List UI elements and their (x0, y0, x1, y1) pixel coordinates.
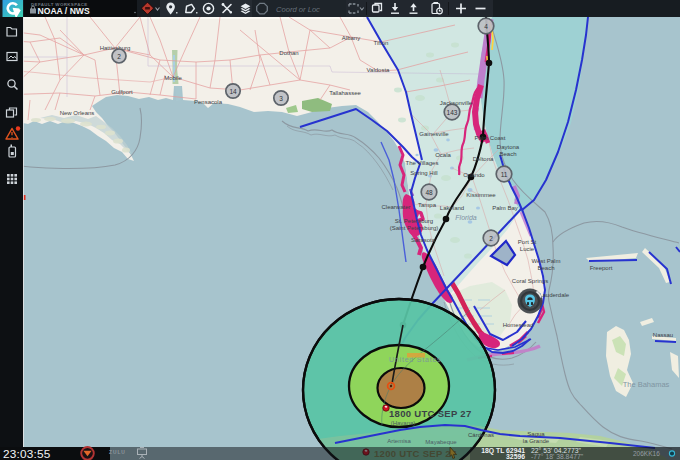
svg-text:Palm Coast: Palm Coast (474, 135, 505, 141)
svg-text:Freeport: Freeport (590, 265, 613, 271)
svg-text:Gulfport: Gulfport (111, 89, 133, 95)
svg-text:The Bahamas: The Bahamas (623, 380, 670, 389)
svg-text:Sarasota: Sarasota (411, 237, 436, 243)
svg-text:St. Petersburg: St. Petersburg (395, 218, 433, 224)
svg-text:Mobile: Mobile (164, 75, 182, 81)
svg-text:West Palm: West Palm (532, 258, 561, 264)
svg-text:4: 4 (484, 23, 488, 30)
svg-text:Tallahassee: Tallahassee (329, 90, 361, 96)
svg-text:Sagua: Sagua (527, 431, 545, 437)
svg-text:Coral Springs: Coral Springs (512, 278, 548, 284)
svg-text:Daytona: Daytona (497, 144, 520, 150)
svg-text:1800 UTC SEP 27: 1800 UTC SEP 27 (389, 408, 471, 419)
svg-text:la Grande: la Grande (523, 438, 550, 444)
svg-text:Lucie: Lucie (520, 246, 535, 252)
svg-text:2: 2 (117, 53, 121, 60)
svg-text:Tifton: Tifton (374, 40, 389, 46)
svg-text:Port St: Port St (518, 239, 537, 245)
svg-text:14: 14 (229, 88, 237, 95)
svg-text:Palm Bay: Palm Bay (492, 205, 518, 211)
svg-text:2: 2 (489, 235, 493, 242)
svg-text:Cárdenas: Cárdenas (468, 432, 494, 438)
svg-text:11: 11 (501, 171, 508, 178)
svg-text:Beach: Beach (537, 265, 554, 271)
svg-text:Spring Hill: Spring Hill (410, 170, 437, 176)
svg-text:(Havana): (Havana) (391, 420, 416, 426)
svg-text:Pensacola: Pensacola (194, 99, 223, 105)
svg-text:Deltona: Deltona (473, 156, 494, 162)
svg-text:Artemisa: Artemisa (387, 438, 411, 444)
svg-text:Kissimmee: Kissimmee (466, 192, 496, 198)
svg-text:48: 48 (425, 189, 433, 196)
svg-text:The Villages: The Villages (406, 160, 439, 166)
svg-text:143: 143 (447, 109, 458, 116)
svg-text:3: 3 (279, 95, 283, 102)
svg-text:Tampa: Tampa (418, 202, 437, 208)
svg-text:Nassau: Nassau (653, 332, 673, 338)
svg-text:Dothan: Dothan (279, 50, 298, 56)
svg-text:Clearwater: Clearwater (381, 204, 410, 210)
svg-text:Ocala: Ocala (435, 152, 451, 158)
svg-text:Gainesville: Gainesville (419, 131, 449, 137)
svg-text:Florida: Florida (455, 214, 477, 221)
svg-text:(Saint Petersburg): (Saint Petersburg) (390, 225, 439, 231)
svg-text:Mayabeque: Mayabeque (425, 439, 457, 445)
svg-text:Orlando: Orlando (463, 172, 485, 178)
svg-text:Valdosta: Valdosta (367, 67, 391, 73)
svg-text:New Orleans: New Orleans (60, 110, 95, 116)
svg-text:Albany: Albany (342, 35, 360, 41)
svg-text:Lakeland: Lakeland (440, 205, 464, 211)
svg-text:Homestead: Homestead (503, 322, 534, 328)
svg-text:Beach: Beach (499, 151, 516, 157)
